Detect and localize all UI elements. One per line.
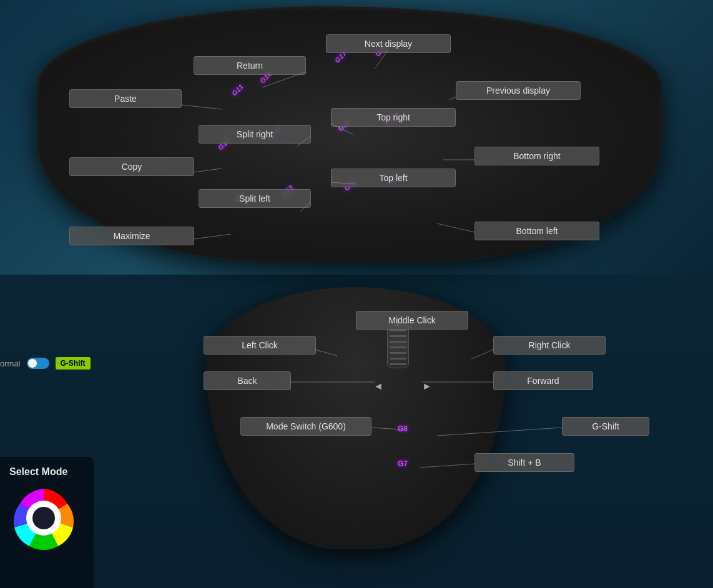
next-display-button[interactable]: Next display [326, 34, 451, 53]
left-click-button[interactable]: Left Click [204, 336, 316, 355]
tilt-right-arrow: ► [422, 381, 432, 392]
paste-button[interactable]: Paste [69, 89, 182, 108]
bottom-right-button[interactable]: Bottom right [475, 147, 599, 165]
split-right-button[interactable]: Split right [199, 125, 311, 144]
color-wheel[interactable] [9, 484, 78, 552]
mode-toggle[interactable] [27, 358, 49, 369]
svg-point-21 [32, 507, 55, 529]
gshift-button[interactable]: G-Shift [562, 417, 649, 436]
maximize-button[interactable]: Maximize [69, 227, 194, 245]
top-left-button[interactable]: Top left [331, 169, 456, 187]
select-mode-panel: Select Mode [0, 457, 94, 588]
top-right-button[interactable]: Top right [331, 108, 456, 127]
select-mode-label: Select Mode [9, 466, 84, 478]
copy-button[interactable]: Copy [69, 157, 194, 176]
back-button[interactable]: Back [204, 371, 291, 390]
previous-display-button[interactable]: Previous display [456, 81, 581, 100]
mode-switch-button[interactable]: Mode Switch (G600) [240, 417, 371, 436]
mode-toggle-container: ormal G-Shift [0, 357, 91, 370]
right-click-button[interactable]: Right Click [493, 336, 606, 355]
g8-key-label: G8 [398, 424, 408, 433]
forward-button[interactable]: Forward [493, 371, 593, 390]
return-button[interactable]: Return [194, 56, 306, 75]
g7-key-label: G7 [398, 459, 408, 468]
gshift-badge: G-Shift [56, 357, 91, 370]
toggle-thumb [28, 359, 37, 368]
shift-b-button[interactable]: Shift + B [475, 453, 574, 472]
tilt-left-arrow: ◄ [373, 381, 383, 392]
bottom-left-button[interactable]: Bottom left [475, 222, 599, 240]
normal-label: ormal [0, 359, 21, 368]
middle-click-button[interactable]: Middle Click [356, 311, 468, 330]
split-left-button[interactable]: Split left [199, 189, 311, 208]
